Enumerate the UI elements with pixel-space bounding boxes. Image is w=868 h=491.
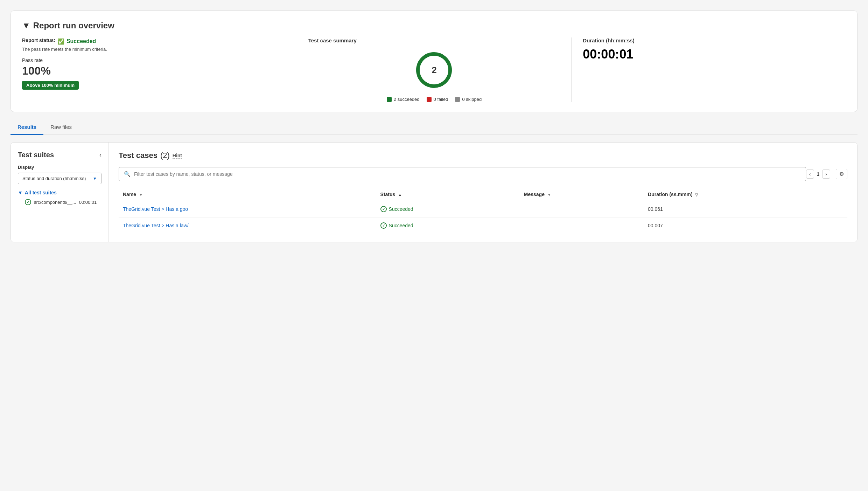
all-test-suites-header[interactable]: ▼ All test suites — [18, 190, 102, 195]
legend-failed-text: 0 failed — [434, 97, 448, 102]
status-section: Report status: ✅ Succeeded The pass rate… — [22, 37, 297, 102]
col-name[interactable]: Name ▼ — [119, 188, 376, 201]
display-dropdown[interactable]: Status and duration (hh:mm:ss) ▼ — [18, 173, 102, 184]
page-number: 1 — [817, 171, 820, 177]
search-icon: 🔍 — [124, 171, 131, 177]
row-2-duration: 00.007 — [644, 217, 847, 234]
display-label: Display — [18, 165, 102, 170]
test-suites-sidebar: Test suites ‹ Display Status and duratio… — [11, 143, 109, 242]
table-row: TheGrid.vue Test > Has a goo Succeeded 0… — [119, 201, 847, 217]
test-case-summary-title: Test case summary — [308, 37, 560, 43]
suite-duration: 00:00:01 — [79, 200, 97, 205]
dropdown-value: Status and duration (hh:mm:ss) — [22, 176, 86, 181]
pass-rate-label: Pass rate — [22, 57, 286, 63]
chevron-down-icon: ▼ — [93, 176, 97, 181]
row-2-name-link[interactable]: TheGrid.vue Test > Has a law/ — [123, 223, 189, 228]
search-row: 🔍 ‹ 1 › ⚙ — [119, 167, 847, 181]
sort-name-icon: ▼ — [139, 193, 143, 197]
next-page-button[interactable]: › — [822, 170, 830, 179]
legend-dot-failed — [427, 97, 432, 102]
legend-failed: 0 failed — [427, 97, 448, 102]
row-1-status-cell: Succeeded — [380, 206, 516, 212]
report-status-desc: The pass rate meets the minimum criteria… — [22, 47, 286, 52]
collapse-button[interactable]: ‹ — [99, 151, 102, 159]
sort-duration-icon: ▽ — [695, 193, 698, 197]
pagination: ‹ 1 › ⚙ — [806, 169, 847, 179]
test-case-summary-section: Test case summary 2 2 succeeded — [297, 37, 572, 102]
row-2-status: Succeeded — [376, 217, 520, 234]
donut-total: 2 — [432, 65, 436, 76]
tab-raw-files[interactable]: Raw files — [43, 120, 79, 135]
report-status-label: Report status: — [22, 37, 55, 43]
table-header-row: Name ▼ Status ▲ Message ▼ Duration (ss.m… — [119, 188, 847, 201]
minimum-badge: Above 100% minimum — [22, 81, 79, 90]
suite-collapse-icon: ▼ — [18, 190, 23, 195]
table-row: TheGrid.vue Test > Has a law/ Succeeded … — [119, 217, 847, 234]
suite-item[interactable]: src/components/__... 00:00:01 — [18, 199, 102, 205]
row-2-status-icon — [380, 222, 387, 229]
donut-container: 2 2 succeeded 0 failed 0 skipped — [308, 49, 560, 102]
row-1-message — [520, 201, 644, 217]
col-status[interactable]: Status ▲ — [376, 188, 520, 201]
search-bar: 🔍 — [119, 167, 806, 181]
duration-value: 00:00:01 — [583, 47, 835, 62]
row-1-name: TheGrid.vue Test > Has a goo — [119, 201, 376, 217]
row-1-status-text: Succeeded — [389, 206, 413, 212]
settings-button[interactable]: ⚙ — [836, 169, 847, 179]
sidebar-title-row: Test suites ‹ — [18, 151, 102, 159]
status-check-icon: ✅ — [57, 38, 64, 45]
duration-label: Duration (hh:mm:ss) — [583, 37, 835, 43]
duration-section: Duration (hh:mm:ss) 00:00:01 — [571, 37, 846, 102]
search-input[interactable] — [134, 171, 801, 177]
test-cases-title-row: Test cases (2) Hint — [119, 151, 847, 160]
legend-succeeded: 2 succeeded — [387, 97, 420, 102]
test-cases-panel: Test cases (2) Hint 🔍 ‹ 1 › ⚙ Name — [109, 143, 857, 242]
legend-skipped-text: 0 skipped — [462, 97, 482, 102]
test-cases-tbody: TheGrid.vue Test > Has a goo Succeeded 0… — [119, 201, 847, 234]
row-1-status: Succeeded — [376, 201, 520, 217]
col-message[interactable]: Message ▼ — [520, 188, 644, 201]
test-cases-title: Test cases — [119, 151, 158, 160]
sidebar-title-text: Test suites — [18, 151, 54, 159]
tab-results[interactable]: Results — [10, 120, 43, 135]
report-overview-card: ▼ Report run overview Report status: ✅ S… — [10, 11, 858, 112]
legend-dot-skipped — [455, 97, 460, 102]
test-cases-table: Name ▼ Status ▲ Message ▼ Duration (ss.m… — [119, 188, 847, 234]
prev-page-button[interactable]: ‹ — [806, 170, 814, 179]
overview-grid: Report status: ✅ Succeeded The pass rate… — [22, 37, 846, 102]
row-2-name: TheGrid.vue Test > Has a law/ — [119, 217, 376, 234]
tabs-bar: Results Raw files — [10, 120, 858, 135]
hint-link[interactable]: Hint — [173, 153, 182, 159]
legend: 2 succeeded 0 failed 0 skipped — [387, 97, 482, 102]
test-cases-count: (2) — [160, 151, 170, 160]
row-1-duration: 00.061 — [644, 201, 847, 217]
legend-succeeded-text: 2 succeeded — [394, 97, 420, 102]
all-suites-label: All test suites — [25, 190, 57, 195]
legend-skipped: 0 skipped — [455, 97, 482, 102]
sort-message-icon: ▼ — [547, 193, 551, 197]
sort-status-icon: ▲ — [398, 193, 402, 197]
content-card: Test suites ‹ Display Status and duratio… — [10, 142, 858, 242]
legend-dot-succeeded — [387, 97, 392, 102]
report-title-text: Report run overview — [33, 21, 114, 30]
row-1-name-link[interactable]: TheGrid.vue Test > Has a goo — [123, 206, 188, 212]
report-title: ▼ Report run overview — [22, 21, 846, 30]
row-2-status-cell: Succeeded — [380, 222, 516, 229]
collapse-triangle-icon[interactable]: ▼ — [22, 21, 30, 30]
suite-name: src/components/__... — [34, 200, 76, 205]
row-2-message — [520, 217, 644, 234]
donut-chart: 2 — [413, 49, 455, 91]
report-status-row: Report status: ✅ Succeeded — [22, 37, 286, 45]
suite-status-icon — [25, 199, 31, 205]
col-duration[interactable]: Duration (ss.mmm) ▽ — [644, 188, 847, 201]
report-status-value: Succeeded — [66, 38, 96, 44]
pass-rate-value: 100% — [22, 64, 286, 77]
row-2-status-text: Succeeded — [389, 223, 413, 228]
row-1-status-icon — [380, 206, 387, 212]
